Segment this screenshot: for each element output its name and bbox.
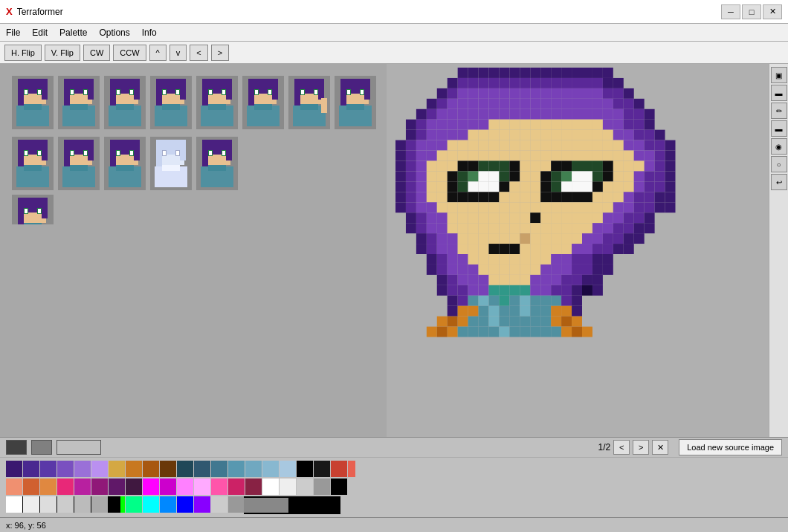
menu-palette[interactable]: Palette xyxy=(54,26,93,39)
pagination: 1/2 < > ✕ xyxy=(598,440,669,455)
toolbar-btn-vflip[interactable]: V. Flip xyxy=(45,45,80,61)
maximize-button[interactable]: □ xyxy=(742,4,761,19)
fill-tool[interactable]: ▬ xyxy=(771,85,787,101)
status-bar: x: 96, y: 56 xyxy=(0,517,788,532)
app-icon: X xyxy=(6,6,13,17)
palette-area xyxy=(0,458,788,517)
prev-page-button[interactable]: < xyxy=(613,440,630,455)
filled-circle-tool[interactable]: ◉ xyxy=(771,138,787,155)
right-toolbar: ▣▬✏▬◉○↩ xyxy=(769,64,788,437)
main-pixel-canvas[interactable] xyxy=(387,64,769,437)
pencil-tool[interactable]: ✏ xyxy=(771,103,787,119)
minimize-button[interactable]: ─ xyxy=(721,4,740,19)
page-close-button[interactable]: ✕ xyxy=(652,440,668,455)
load-source-button[interactable]: Load new source image xyxy=(679,439,782,455)
pixel-canvas-panel[interactable] xyxy=(387,64,769,437)
toolbar: H. FlipV. FlipCWCCW^v<> xyxy=(0,42,788,64)
swatch-1[interactable] xyxy=(6,440,27,455)
menu-info[interactable]: Info xyxy=(136,26,163,39)
toolbar-btn-hflip[interactable]: H. Flip xyxy=(4,45,42,61)
toolbar-btn-[interactable]: ^ xyxy=(149,45,167,61)
titlebar: X Terraformer ─ □ ✕ xyxy=(0,0,788,24)
swatch-2[interactable] xyxy=(31,440,52,455)
toolbar-btn-ccw[interactable]: CCW xyxy=(113,45,146,61)
undo-tool[interactable]: ↩ xyxy=(771,174,787,190)
sprite-sheet-canvas[interactable] xyxy=(6,70,381,289)
menu-options[interactable]: Options xyxy=(93,26,135,39)
main-area: ▣▬✏▬◉○↩ xyxy=(0,64,788,437)
toolbar-btn-[interactable]: < xyxy=(190,45,207,61)
sprite-panel xyxy=(0,64,387,437)
menubar: FileEditPaletteOptionsInfo xyxy=(0,24,788,42)
swatch-3[interactable] xyxy=(56,440,101,455)
toolbar-btn-cw[interactable]: CW xyxy=(83,45,110,61)
coordinates: x: 96, y: 56 xyxy=(6,521,46,530)
toolbar-btn-v[interactable]: v xyxy=(169,45,187,61)
app-title: Terraformer xyxy=(17,7,63,17)
palette-canvas[interactable] xyxy=(6,461,355,514)
page-indicator: 1/2 xyxy=(598,442,611,452)
menu-edit[interactable]: Edit xyxy=(26,26,54,39)
bottom-row1: 1/2 < > ✕ Load new source image xyxy=(0,438,788,458)
close-button[interactable]: ✕ xyxy=(763,4,782,19)
toolbar-btn-[interactable]: > xyxy=(211,45,229,61)
menu-file[interactable]: File xyxy=(0,26,26,39)
bottom-bar: 1/2 < > ✕ Load new source image xyxy=(0,437,788,517)
titlebar-controls: ─ □ ✕ xyxy=(721,4,782,19)
next-page-button[interactable]: > xyxy=(633,440,649,455)
titlebar-left: X Terraformer xyxy=(6,6,63,17)
select-tool[interactable]: ▣ xyxy=(771,67,787,83)
line-tool[interactable]: ▬ xyxy=(771,120,787,137)
circle-tool[interactable]: ○ xyxy=(771,156,787,172)
